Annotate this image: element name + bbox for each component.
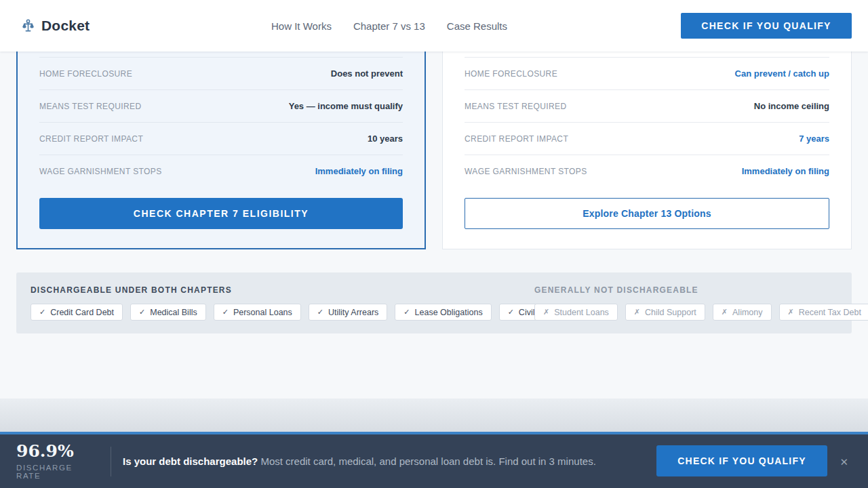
chip-label: Child Support (645, 308, 696, 317)
brand-name: Docket (41, 18, 90, 34)
table-row: CREDIT REPORT IMPACT 10 years (39, 123, 403, 155)
chapter13-rows: HOME FORECLOSURE Can prevent / catch up … (465, 57, 829, 187)
table-row: MEANS TEST REQUIRED No income ceiling (465, 90, 829, 123)
dischargeable-chips: ✓ Credit Card Debt ✓ Medical Bills ✓ Per… (31, 304, 587, 321)
row-label: MEANS TEST REQUIRED (465, 102, 567, 111)
chip-label: Lease Obligations (415, 308, 483, 317)
close-icon[interactable]: ✕ (840, 456, 848, 466)
dischargeable-group: DISCHARGEABLE UNDER BOTH CHAPTERS ✓ Cred… (31, 285, 587, 321)
chip-label: Recent Tax Debt (799, 308, 861, 317)
not-dischargeable-chips: ✗ Student Loans ✗ Child Support ✗ Alimon… (534, 304, 868, 321)
nav-item-chapter-7-vs-13[interactable]: Chapter 7 vs 13 (353, 20, 425, 32)
x-icon: ✗ (543, 308, 549, 317)
row-value: Does not prevent (331, 68, 403, 79)
nav-item-case-results[interactable]: Case Results (447, 20, 507, 32)
check-if-you-qualify-bottom-button[interactable]: CHECK IF YOU QUALIFY (656, 445, 827, 476)
chip-label: Student Loans (554, 308, 609, 317)
check-icon: ✓ (508, 308, 514, 317)
table-row: HOME FORECLOSURE Can prevent / catch up (465, 58, 829, 90)
check-icon: ✓ (317, 308, 323, 317)
row-value: Can prevent / catch up (735, 68, 829, 79)
not-dischargeable-group: GENERALLY NOT DISCHARGEABLE ✗ Student Lo… (534, 285, 868, 321)
x-icon: ✗ (788, 308, 794, 317)
nav-item-how-it-works[interactable]: How It Works (271, 20, 332, 32)
row-label: WAGE GARNISHMENT STOPS (39, 167, 162, 176)
check-chapter7-eligibility-button[interactable]: CHECK CHAPTER 7 ELIGIBILITY (39, 198, 403, 229)
bar-message-bold: Is your debt dischargeable? (123, 455, 258, 467)
bar-message: Is your debt dischargeable? Most credit … (123, 455, 596, 467)
row-label: CREDIT REPORT IMPACT (465, 134, 568, 144)
debt-chip: ✗ Recent Tax Debt (779, 304, 868, 321)
x-icon: ✗ (722, 308, 728, 317)
row-value: Immediately on filing (315, 166, 403, 176)
not-dischargeable-group-title: GENERALLY NOT DISCHARGEABLE (534, 285, 868, 295)
row-value: Yes — income must qualify (289, 101, 403, 111)
chapter7-card: HOME FORECLOSURE Does not prevent MEANS … (16, 52, 426, 249)
row-value: Immediately on filing (742, 166, 829, 176)
table-row: MEANS TEST REQUIRED Yes — income must qu… (39, 90, 403, 123)
vertical-divider (111, 447, 111, 476)
row-value: 7 years (799, 134, 829, 144)
chapter7-rows: HOME FORECLOSURE Does not prevent MEANS … (39, 57, 403, 187)
row-label: CREDIT REPORT IMPACT (39, 134, 143, 144)
chapter13-card: HOME FORECLOSURE Can prevent / catch up … (442, 52, 852, 249)
debt-chip: ✓ Credit Card Debt (31, 304, 123, 321)
debt-chip: ✓ Personal Loans (214, 304, 301, 321)
brand-logo[interactable]: Docket (22, 18, 90, 34)
scales-icon (22, 19, 35, 33)
check-if-you-qualify-button[interactable]: CHECK IF YOU QUALIFY (681, 13, 852, 39)
debt-chip: ✗ Child Support (625, 304, 705, 321)
top-navbar: Docket How It Works Chapter 7 vs 13 Case… (0, 0, 868, 52)
discharge-rate-stat: 96.9% DISCHARGE RATE (16, 443, 99, 480)
bar-message-rest: Most credit card, medical, and personal … (258, 455, 596, 467)
table-row: WAGE GARNISHMENT STOPS Immediately on fi… (465, 155, 829, 187)
debt-chip: ✓ Lease Obligations (395, 304, 491, 321)
table-row: HOME FORECLOSURE Does not prevent (39, 58, 403, 90)
debt-chip: ✓ Medical Bills (130, 304, 206, 321)
row-label: MEANS TEST REQUIRED (39, 102, 142, 111)
table-row: CREDIT REPORT IMPACT 7 years (465, 123, 829, 155)
chip-label: Alimony (732, 308, 762, 317)
sticky-bottom-bar: 96.9% DISCHARGE RATE Is your debt discha… (0, 432, 868, 488)
footer-top-strip (0, 399, 868, 432)
chip-label: Medical Bills (150, 308, 197, 317)
debt-chip: ✗ Student Loans (534, 304, 618, 321)
row-label: WAGE GARNISHMENT STOPS (465, 167, 587, 176)
row-label: HOME FORECLOSURE (39, 69, 132, 79)
chip-label: Utility Arrears (328, 308, 378, 317)
check-icon: ✓ (222, 308, 229, 317)
debt-chip: ✓ Utility Arrears (309, 304, 388, 321)
debt-chip: ✗ Alimony (713, 304, 772, 321)
check-icon: ✓ (403, 308, 410, 317)
table-row: WAGE GARNISHMENT STOPS Immediately on fi… (39, 155, 403, 187)
row-value: 10 years (368, 134, 403, 144)
stat-value: 96.9% (16, 443, 99, 460)
row-value: No income ceiling (754, 101, 829, 111)
check-icon: ✓ (39, 308, 45, 317)
main-nav: How It Works Chapter 7 vs 13 Case Result… (271, 0, 507, 52)
stat-label: DISCHARGE RATE (16, 464, 99, 480)
x-icon: ✗ (634, 308, 640, 317)
dischargeability-band: DISCHARGEABLE UNDER BOTH CHAPTERS ✓ Cred… (16, 272, 852, 333)
check-icon: ✓ (139, 308, 145, 317)
row-label: HOME FORECLOSURE (465, 69, 557, 79)
chip-label: Credit Card Debt (50, 308, 114, 317)
dischargeable-group-title: DISCHARGEABLE UNDER BOTH CHAPTERS (31, 285, 587, 295)
chip-label: Personal Loans (233, 308, 292, 317)
explore-chapter13-options-button[interactable]: Explore Chapter 13 Options (465, 198, 829, 229)
